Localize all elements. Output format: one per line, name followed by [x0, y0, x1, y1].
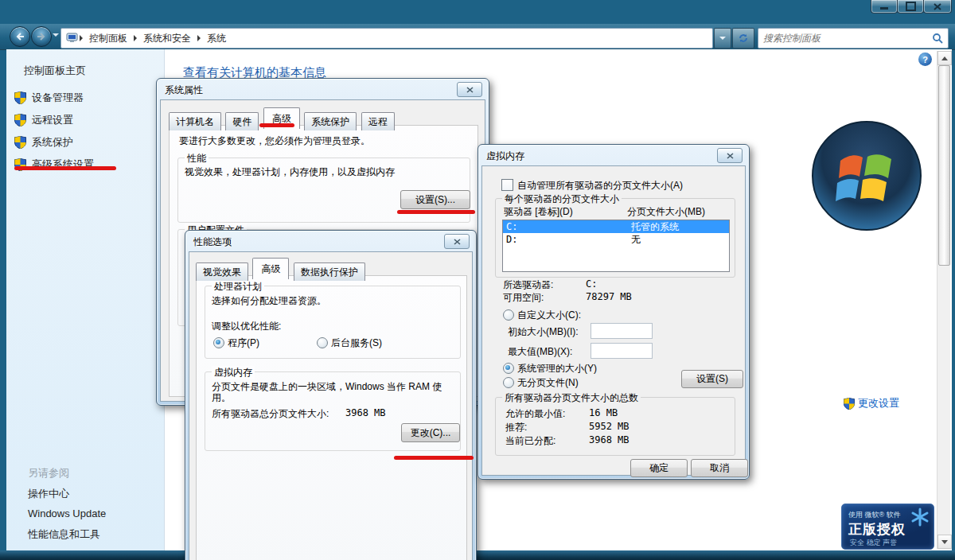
dialog-title: 虚拟内存	[486, 150, 524, 163]
uac-shield-icon	[844, 398, 855, 410]
sidebar: 控制面板主页 设备管理器 远程设置 系统保护 高级系统设置 另请参阅 操作中心 …	[6, 49, 165, 550]
tab-advanced[interactable]: 高级	[252, 258, 289, 279]
auto-manage-label: 自动管理所有驱动器的分页文件大小(A)	[517, 179, 683, 192]
see-also-heading: 另请参阅	[28, 466, 69, 480]
drive-letter: C:	[503, 221, 631, 232]
tab-computer-name[interactable]: 计算机名	[169, 112, 221, 130]
change-settings-label: 更改设置	[858, 396, 899, 410]
performance-group-label: 性能	[185, 152, 209, 165]
dialog-close-button[interactable]	[717, 148, 743, 163]
radio-system-managed-label: 系统管理的大小(Y)	[517, 362, 597, 375]
button-label: 设置(S)...	[415, 193, 455, 207]
annotation-underline-advanced-tab	[259, 123, 294, 127]
refresh-button[interactable]	[732, 28, 754, 49]
forward-icon	[37, 33, 46, 41]
sidebar-item-action-center[interactable]: 操作中心	[28, 487, 69, 501]
radio-programs[interactable]	[213, 337, 224, 348]
button-label: 取消	[710, 461, 729, 475]
change-button[interactable]: 更改(C)...	[401, 423, 460, 442]
vm-desc-line1: 分页文件是硬盘上的一块区域，Windows 当作 RAM 使	[212, 380, 442, 394]
tab-remote[interactable]: 远程	[361, 112, 395, 130]
cancel-button[interactable]: 取消	[691, 459, 748, 477]
drive-row-d[interactable]: D: 无	[503, 233, 729, 246]
recommended-value: 5952 MB	[589, 421, 630, 432]
tab-visual-effects[interactable]: 视觉效果	[196, 262, 248, 281]
current-allocated-value: 3968 MB	[589, 434, 630, 445]
annotation-underline-change-button	[394, 456, 474, 460]
initial-size-input[interactable]	[591, 323, 653, 339]
tab-dep[interactable]: 数据执行保护	[294, 262, 365, 281]
dialog-title: 性能选项	[193, 235, 232, 249]
radio-background-services[interactable]	[317, 337, 328, 348]
minimize-icon	[880, 7, 888, 10]
badge-line2: 正版授权	[848, 520, 906, 539]
sidebar-item-windows-update[interactable]: Windows Update	[28, 508, 106, 519]
sidebar-item-performance-tools[interactable]: 性能信息和工具	[28, 527, 100, 542]
window-close-button[interactable]	[923, 0, 952, 14]
column-header-drive: 驱动器 [卷标](D)	[504, 205, 573, 219]
breadcrumb-item-system[interactable]: 系统	[202, 32, 231, 45]
back-icon	[15, 33, 25, 41]
auto-manage-checkbox[interactable]	[501, 179, 513, 191]
window-maximize-button[interactable]	[897, 0, 924, 14]
sidebar-item-label: 设备管理器	[32, 91, 84, 105]
available-space-label: 可用空间:	[503, 291, 544, 305]
genuine-software-badge[interactable]: 使用 微软® 软件 正版授权 安全 稳定 声誉	[841, 504, 934, 550]
window-minimize-button[interactable]	[871, 0, 898, 14]
arrow-up-icon	[941, 56, 948, 60]
sidebar-item-remote-settings[interactable]: 远程设置	[14, 113, 73, 127]
back-button[interactable]	[10, 26, 30, 47]
dialog-close-button[interactable]	[457, 82, 482, 97]
dialog-body: 自动管理所有驱动器的分页文件大小(A) 每个驱动器的分页文件大小 驱动器 [卷标…	[481, 165, 746, 476]
dialog-close-button[interactable]	[444, 234, 470, 249]
breadcrumb: 控制面板 系统和安全 系统	[60, 28, 713, 49]
sidebar-item-system-protection[interactable]: 系统保护	[14, 135, 73, 150]
scrollbar-up-button[interactable]	[937, 51, 952, 65]
button-label: 确定	[649, 461, 668, 475]
breadcrumb-dropdown-button[interactable]	[714, 28, 731, 49]
vm-total-label: 所有驱动器总分页文件大小:	[212, 407, 329, 421]
totals-group-label: 所有驱动器分页文件大小的总数	[502, 391, 641, 405]
recent-pages-chevron-icon[interactable]	[53, 33, 59, 37]
close-icon	[466, 87, 474, 93]
radio-custom-size-label: 自定义大小(C):	[517, 309, 581, 322]
radio-custom-size[interactable]	[503, 309, 514, 321]
search-icon[interactable]	[932, 33, 943, 44]
sidebar-item-device-manager[interactable]: 设备管理器	[14, 91, 84, 105]
dialog-body: 视觉效果 高级 数据执行保护 处理器计划 选择如何分配处理器资源。 调整以优化性…	[189, 251, 473, 560]
totals-group: 所有驱动器分页文件大小的总数 允许的最小值: 16 MB 推荐: 5952 MB…	[495, 397, 735, 456]
chevron-down-icon	[719, 37, 726, 40]
tab-hardware[interactable]: 硬件	[225, 112, 259, 130]
drive-paging-size: 无	[631, 233, 641, 247]
scrollbar-thumb[interactable]	[938, 65, 950, 266]
forward-button[interactable]	[31, 26, 52, 47]
genuine-star-icon	[910, 507, 930, 527]
per-drive-group: 每个驱动器的分页文件大小 驱动器 [卷标](D) 分页文件大小(MB) C: 托…	[495, 198, 735, 278]
radio-no-paging-file[interactable]	[503, 377, 514, 388]
ok-button[interactable]: 确定	[630, 459, 688, 477]
max-size-input[interactable]	[591, 343, 653, 359]
column-header-size: 分页文件大小(MB)	[627, 205, 705, 219]
drive-row-c[interactable]: C: 托管的系统	[503, 220, 729, 233]
window-bottom-frame	[0, 550, 955, 560]
initial-size-label: 初始大小(MB)(I):	[508, 325, 579, 339]
sidebar-item-home[interactable]: 控制面板主页	[24, 64, 86, 78]
radio-background-label: 后台服务(S)	[331, 336, 382, 350]
breadcrumb-computer-icon	[66, 33, 78, 44]
performance-settings-button[interactable]: 设置(S)...	[400, 190, 470, 209]
breadcrumb-item-system-security[interactable]: 系统和安全	[138, 32, 196, 45]
scrollbar-down-button[interactable]	[937, 535, 952, 549]
search-box	[758, 28, 949, 49]
virtual-memory-group: 虚拟内存 分页文件是硬盘上的一块区域，Windows 当作 RAM 使 用。 所…	[205, 371, 461, 451]
breadcrumb-item-control-panel[interactable]: 控制面板	[84, 32, 132, 45]
radio-system-managed[interactable]	[503, 363, 514, 374]
recommended-label: 推荐:	[505, 421, 527, 434]
close-icon	[454, 239, 461, 245]
set-button[interactable]: 设置(S)	[681, 370, 743, 388]
vm-desc-line2: 用。	[212, 391, 231, 405]
tab-system-protection[interactable]: 系统保护	[304, 112, 357, 130]
change-settings-link[interactable]: 更改设置	[844, 396, 899, 410]
help-icon[interactable]: ?	[918, 52, 932, 66]
search-input[interactable]	[758, 33, 932, 44]
breadcrumb-arrow-icon	[80, 35, 83, 41]
